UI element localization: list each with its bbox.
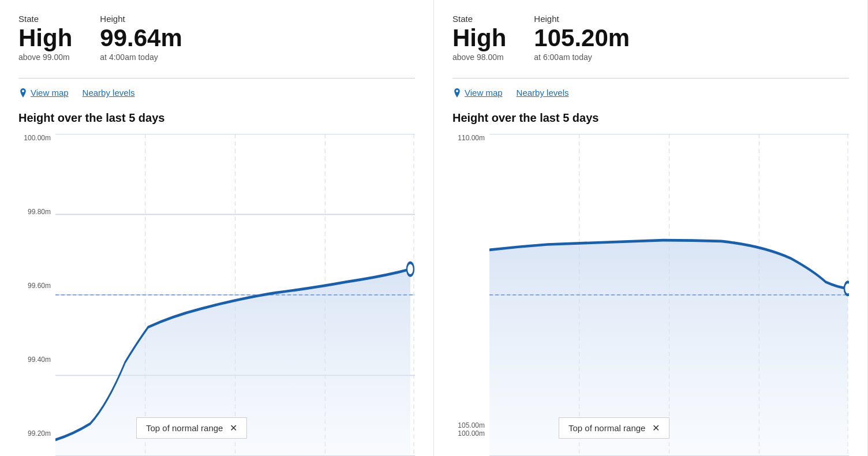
chart-svg-1 [55,134,415,456]
height-sub-2: at 6:00am today [534,53,630,62]
view-map-text-2: View map [465,88,503,98]
tooltip-2: Top of normal range ✕ [559,417,669,439]
chart-svg-2 [489,134,849,456]
y-label-1-4: 99.20m [18,429,55,438]
state-value-2: High [452,25,506,51]
panel-2: State High above 98.00m Height 105.20m a… [434,0,868,456]
height-label-2: Height [534,14,630,24]
height-sub-1: at 4:00am today [100,53,182,62]
nearby-levels-link-2[interactable]: Nearby levels [517,88,569,98]
y-axis-2: 110.00m 105.00m 100.00m [452,134,489,456]
links-1: View map Nearby levels [18,88,415,98]
height-block-1: Height 99.64m at 4:00am today [100,14,182,62]
state-block-1: State High above 99.00m [18,14,72,62]
y-axis-1: 100.00m 99.80m 99.60m 99.40m 99.20m [18,134,55,456]
y-label-1-0: 100.00m [18,134,55,142]
y-label-2-0: 110.00m [452,134,489,142]
chart-title-2: Height over the last 5 days [452,111,849,125]
tooltip-close-1[interactable]: ✕ [230,423,237,433]
tooltip-text-1: Top of normal range [146,423,223,433]
nearby-levels-text-2: Nearby levels [517,88,569,98]
view-map-text-1: View map [31,88,69,98]
height-value-1: 99.64m [100,25,182,51]
tooltip-close-2[interactable]: ✕ [652,423,660,433]
meta-row-2: State High above 98.00m Height 105.20m a… [452,14,849,62]
height-label-1: Height [100,14,182,24]
state-label-1: State [18,14,72,24]
state-block-2: State High above 98.00m [452,14,506,62]
chart-area-2: 110.00m 105.00m 100.00m [452,134,849,456]
y-label-1-3: 99.40m [18,356,55,364]
panel-1: State High above 99.00m Height 99.64m at… [0,0,434,456]
links-2: View map Nearby levels [452,88,849,98]
height-value-2: 105.20m [534,25,630,51]
state-value-1: High [18,25,72,51]
height-block-2: Height 105.20m at 6:00am today [534,14,630,62]
tooltip-1: Top of normal range ✕ [136,417,247,439]
chart-inner-2: Top of normal range ✕ [489,134,849,456]
end-dot-2 [844,282,849,295]
pin-icon-1 [18,88,28,98]
state-label-2: State [452,14,506,24]
state-sub-2: above 98.00m [452,53,506,62]
y-label-2-1: 105.00m [452,421,489,429]
meta-row-1: State High above 99.00m Height 99.64m at… [18,14,415,62]
chart-area-1: 100.00m 99.80m 99.60m 99.40m 99.20m [18,134,415,456]
end-dot-1 [407,263,414,275]
tooltip-text-2: Top of normal range [568,423,645,433]
state-sub-1: above 99.00m [18,53,72,62]
pin-icon-2 [452,88,462,98]
view-map-link-2[interactable]: View map [452,88,503,98]
y-label-2-2: 100.00m [452,429,489,438]
view-map-link-1[interactable]: View map [18,88,69,98]
y-label-1-1: 99.80m [18,208,55,216]
chart-title-1: Height over the last 5 days [18,111,415,125]
divider-2 [452,78,849,79]
y-label-1-2: 99.60m [18,282,55,290]
nearby-levels-link-1[interactable]: Nearby levels [83,88,135,98]
nearby-levels-text-1: Nearby levels [83,88,135,98]
divider-1 [18,78,415,79]
chart-inner-1: Top of normal range ✕ [55,134,415,456]
